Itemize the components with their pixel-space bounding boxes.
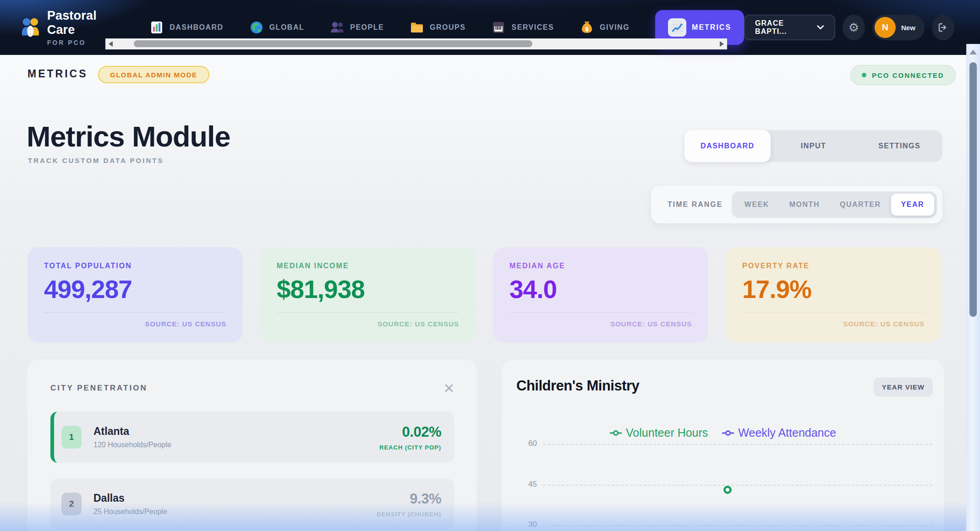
nav-item-giving[interactable]: $ GIVING	[580, 20, 630, 35]
time-range-year[interactable]: YEAR	[891, 194, 934, 216]
grid-line	[543, 485, 932, 486]
nav-label: PEOPLE	[350, 23, 384, 32]
page-vertical-scrollbar[interactable]	[966, 44, 980, 531]
city-name: Dallas	[93, 492, 167, 504]
city-value: 9.3%	[377, 491, 441, 507]
nav-item-people[interactable]: PEOPLE	[330, 20, 384, 35]
stat-label: MEDIAN AGE	[509, 262, 692, 270]
status-text: PCO CONNECTED	[872, 71, 944, 79]
nav-horizontal-scrollbar[interactable]	[105, 38, 727, 49]
y-axis-tick: 30	[518, 520, 537, 529]
stat-card-total-population: TOTAL POPULATION 499,287 SOURCE: US CENS…	[27, 247, 243, 342]
module-tabs: DASHBOARD INPUT SETTINGS	[684, 130, 942, 162]
y-axis-tick: 60	[518, 439, 537, 448]
piano-icon	[491, 20, 506, 35]
organization-selector[interactable]: GRACE BAPTI...	[744, 15, 835, 40]
nav-label: GROUPS	[430, 23, 465, 32]
grid-line	[543, 525, 932, 526]
people-icon	[330, 20, 345, 35]
stat-source: SOURCE: US CENSUS	[742, 320, 925, 328]
time-range-week[interactable]: WEEK	[734, 194, 779, 216]
nav-scrollbar-thumb[interactable]	[134, 40, 532, 47]
nav-item-services[interactable]: SERVICES	[491, 20, 554, 35]
city-value: 0.02%	[379, 424, 441, 440]
rank-badge: 2	[61, 493, 82, 515]
nav-label: GIVING	[600, 23, 630, 32]
nav-item-groups[interactable]: GROUPS	[410, 20, 465, 35]
tab-settings[interactable]: SETTINGS	[856, 130, 942, 162]
nav-item-global[interactable]: GLOBAL	[249, 20, 305, 35]
connection-status-badge: PCO CONNECTED	[850, 65, 956, 85]
trend-chart-icon	[668, 18, 686, 37]
page-scrollbar-thumb[interactable]	[969, 62, 977, 317]
stat-label: TOTAL POPULATION	[44, 262, 226, 270]
divider	[44, 312, 226, 313]
folder-icon	[410, 20, 424, 35]
scroll-right-arrow-icon[interactable]	[720, 41, 724, 47]
divider	[509, 312, 692, 313]
tab-input[interactable]: INPUT	[771, 130, 857, 162]
stat-cards: TOTAL POPULATION 499,287 SOURCE: US CENS…	[27, 247, 941, 342]
nav-label: DASHBOARD	[170, 23, 224, 32]
module-title: Metrics Module	[27, 120, 230, 153]
time-range-selector: TIME RANGE WEEK MONTH QUARTER YEAR	[651, 186, 942, 223]
stat-label: MEDIAN INCOME	[277, 262, 459, 270]
stat-value: 34.0	[509, 275, 692, 304]
chart-title: Children's Ministry	[516, 378, 639, 394]
logout-icon	[937, 22, 948, 33]
brand-title: Pastoral Care	[47, 9, 122, 37]
money-bag-icon: $	[580, 20, 594, 35]
gear-icon: ⚙	[849, 22, 859, 33]
scroll-up-arrow-icon[interactable]	[969, 49, 977, 54]
time-range-month[interactable]: MONTH	[779, 194, 830, 216]
stat-source: SOURCE: US CENSUS	[44, 320, 226, 328]
organization-name: GRACE BAPTI...	[755, 19, 810, 36]
pastoral-care-logo-icon	[21, 16, 40, 38]
globe-icon	[249, 20, 264, 35]
year-view-badge: YEAR VIEW	[874, 378, 933, 396]
childrens-ministry-chart-panel: Children's Ministry YEAR VIEW Volunteer …	[502, 359, 944, 531]
tab-dashboard[interactable]: DASHBOARD	[684, 130, 771, 162]
chevron-down-icon	[817, 25, 824, 30]
city-penetration-panel: CITY PENETRATION 1 Atlanta 120 Household…	[27, 359, 477, 531]
bar-chart-icon	[149, 20, 164, 35]
stat-source: SOURCE: US CENSUS	[509, 320, 692, 328]
panel-title: CITY PENETRATION	[50, 384, 148, 393]
nav-item-dashboard[interactable]: DASHBOARD	[149, 20, 224, 35]
stat-value: $81,938	[277, 275, 459, 304]
stat-value: 17.9%	[742, 275, 925, 304]
stat-card-poverty-rate: POVERTY RATE 17.9% SOURCE: US CENSUS	[726, 247, 941, 342]
user-menu[interactable]: N New	[872, 15, 925, 40]
nav-label: GLOBAL	[269, 23, 305, 32]
city-row-atlanta[interactable]: 1 Atlanta 120 Households/People 0.02% RE…	[50, 412, 454, 463]
city-detail: 120 Households/People	[93, 441, 171, 449]
stat-value: 499,287	[44, 275, 226, 304]
stat-card-median-income: MEDIAN INCOME $81,938 SOURCE: US CENSUS	[260, 247, 476, 342]
chart-plot-area: 604530	[518, 428, 932, 531]
divider	[742, 312, 925, 313]
data-point	[723, 486, 732, 494]
divider	[277, 312, 459, 313]
city-metric: REACH (CITY POP)	[379, 444, 441, 451]
city-detail: 25 Households/People	[93, 508, 167, 516]
city-metric: DENSITY (CHURCH)	[377, 511, 441, 518]
y-axis-tick: 45	[518, 480, 537, 489]
user-name: New	[901, 24, 915, 32]
rank-badge: 1	[61, 426, 82, 449]
stat-source: SOURCE: US CENSUS	[277, 320, 459, 328]
scroll-left-arrow-icon[interactable]	[109, 41, 113, 47]
grid-line	[543, 444, 932, 445]
city-row-dallas[interactable]: 2 Dallas 25 Households/People 9.3% DENSI…	[50, 478, 454, 530]
time-range-quarter[interactable]: QUARTER	[830, 194, 891, 216]
time-range-label: TIME RANGE	[668, 200, 723, 209]
admin-mode-badge: GLOBAL ADMIN MODE	[98, 66, 209, 83]
close-icon[interactable]	[444, 383, 454, 393]
status-dot-icon	[862, 73, 866, 77]
logout-button[interactable]	[932, 15, 954, 40]
time-range-options: WEEK MONTH QUARTER YEAR	[732, 191, 937, 218]
nav-label: SERVICES	[511, 23, 554, 32]
nav-label: METRICS	[692, 23, 731, 32]
module-subtitle: TRACK CUSTOM DATA POINTS	[28, 157, 164, 164]
settings-button[interactable]: ⚙	[843, 15, 865, 40]
stat-label: POVERTY RATE	[742, 262, 925, 270]
